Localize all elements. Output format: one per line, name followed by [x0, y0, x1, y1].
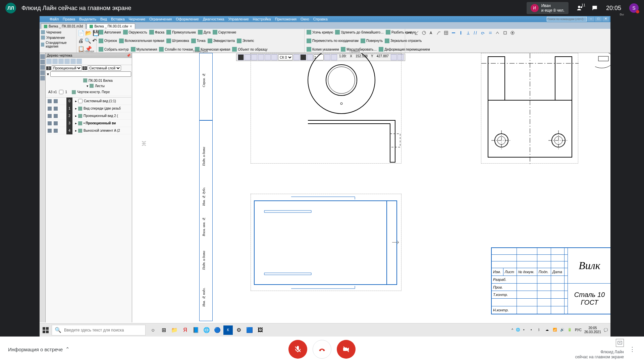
menu-settings[interactable]: Настройка — [251, 17, 273, 21]
menu-drawing[interactable]: Черчение — [127, 17, 148, 21]
constraint-parallel-icon[interactable] — [472, 29, 479, 36]
tree-btn-icon[interactable] — [70, 59, 76, 64]
tree-view-row[interactable]: 2 ▸Проекционный вид 2 ( — [46, 112, 131, 120]
surface-icon[interactable] — [494, 29, 501, 36]
tool-auxline[interactable]: Вспомогательная прямая — [118, 38, 165, 44]
kompas-icon[interactable]: K — [223, 325, 233, 335]
tool-hatch[interactable]: Штриховка — [166, 38, 190, 44]
menu-file[interactable]: Файл — [48, 17, 61, 21]
expand-icon[interactable]: ▸ — [75, 114, 77, 118]
battery-icon[interactable]: 🔋 — [568, 328, 572, 333]
tree-btn-icon[interactable] — [52, 59, 58, 64]
mode-drawing[interactable]: Черчение — [40, 29, 75, 35]
menu-select[interactable]: Выделить — [77, 17, 98, 21]
view-select[interactable]: Проекционный… — [52, 65, 82, 71]
preview-icon[interactable]: 🔍 — [85, 38, 91, 44]
tab-close-icon[interactable]: ✕ — [129, 24, 132, 28]
sheet-checkbox[interactable] — [59, 90, 63, 94]
tool-segment[interactable]: Отрезок — [98, 38, 118, 44]
tree-sheet-item[interactable]: Чертеж констр. Пере — [69, 90, 131, 94]
tool-split[interactable]: Разбить кривую — [385, 29, 417, 35]
menu-window[interactable]: Окно — [299, 17, 311, 21]
constraint-v-icon[interactable] — [458, 29, 464, 36]
tray-icon[interactable]: ▪ — [523, 328, 528, 333]
layer-select[interactable]: Системный слой — [88, 65, 121, 71]
visibility-icon[interactable] — [48, 107, 52, 111]
tray-icon[interactable]: ▪ — [531, 328, 535, 333]
generic-tool-icon[interactable] — [465, 37, 472, 44]
tool-point[interactable]: Точка — [191, 38, 206, 44]
generic-tool-icon[interactable] — [487, 37, 494, 44]
visibility-icon[interactable] — [48, 99, 52, 103]
tool-autoline[interactable]: Автолиния — [98, 29, 122, 35]
filter-icon[interactable]: ▼ — [46, 72, 50, 76]
tool-chamfer[interactable]: Фаска — [149, 29, 165, 35]
app-icon[interactable]: 🖼 — [256, 325, 265, 335]
mode-std[interactable]: Стандартные изделия — [40, 40, 75, 49]
notifications-icon[interactable]: 💬 — [604, 328, 608, 332]
visibility-icon[interactable] — [48, 114, 52, 118]
windows-search[interactable]: 🔍 — [52, 325, 146, 336]
constraint-tangent-icon[interactable] — [480, 29, 486, 36]
bluetooth-icon[interactable]: ᛒ — [538, 328, 543, 333]
open-icon[interactable]: 📂 — [85, 29, 92, 36]
mic-button[interactable] — [288, 340, 307, 359]
tray-icon[interactable]: 🌐 — [516, 328, 521, 333]
onedrive-icon[interactable]: ☁ — [545, 328, 550, 333]
tree-view-row[interactable]: 0 ▸Системный вид (1:1) — [46, 98, 131, 105]
drawing-canvas[interactable]: СК 0 1.09: X 152.538 Y 427.887 Справ. № … — [132, 53, 610, 322]
expand-icon[interactable]: ▸ — [75, 121, 77, 125]
meet-presenting-user[interactable]: И Иван и еще 8 чел. — [527, 2, 569, 14]
more-options-button[interactable]: ⋮ — [629, 346, 636, 353]
yandex-icon[interactable]: Я — [180, 325, 190, 335]
lock-icon[interactable] — [54, 129, 58, 133]
settings-icon[interactable]: ⚙ — [234, 325, 244, 335]
taskbar-clock[interactable]: 20:05 26.03.2021 — [584, 326, 601, 334]
tree-btn-icon[interactable] — [58, 59, 64, 64]
minimize-button[interactable]: – — [588, 17, 594, 21]
app-icon[interactable]: 📘 — [191, 325, 201, 335]
menu-apps[interactable]: Приложения — [273, 17, 299, 21]
lock-icon[interactable] — [54, 107, 58, 111]
hangup-button[interactable] — [313, 340, 331, 359]
tree-view-row[interactable]: 4 ▸Выносной элемент A (2 — [46, 127, 131, 134]
visibility-icon[interactable] — [48, 121, 52, 125]
print-icon[interactable]: 🖨 — [78, 38, 84, 44]
lock-icon[interactable] — [54, 114, 58, 118]
new-icon[interactable]: 📄 — [78, 29, 85, 36]
camera-button[interactable] — [337, 340, 356, 359]
search-input[interactable] — [64, 328, 143, 333]
tolerance-icon[interactable] — [509, 29, 516, 36]
tool-trim[interactable]: Усечь кривую — [306, 29, 334, 35]
tree-btn-icon[interactable] — [64, 59, 70, 64]
tool-circle[interactable]: Окружность — [122, 29, 148, 35]
doc-tab-m3d[interactable]: Вилка _ ПК.00.01.m3d — [41, 23, 86, 29]
tree-btn-icon[interactable] — [76, 59, 82, 64]
tray-expand-icon[interactable]: ^ — [512, 328, 513, 332]
sidebar-tool-icon[interactable] — [40, 54, 45, 59]
table-icon[interactable] — [443, 29, 449, 36]
menu-diag[interactable]: Диагностика — [201, 17, 226, 21]
generic-tool-icon[interactable] — [494, 37, 501, 44]
tool-mirror[interactable]: Зеркально отразить — [384, 38, 422, 44]
participants-icon[interactable]: 11 — [577, 5, 583, 11]
generic-tool-icon[interactable] — [450, 37, 457, 44]
expand-icon[interactable]: ▾ — [87, 84, 88, 88]
view-checkbox[interactable] — [78, 99, 83, 103]
self-avatar[interactable]: S — [629, 3, 639, 13]
tree-btn-icon[interactable] — [46, 59, 52, 64]
view-right-block[interactable] — [481, 53, 578, 164]
generic-tool-icon[interactable] — [443, 37, 449, 44]
app-icon[interactable]: 🔵 — [213, 325, 222, 335]
mode-manage[interactable]: Управление — [40, 35, 75, 40]
menu-edit[interactable]: Правка — [61, 17, 77, 21]
volume-icon[interactable]: 🔊 — [560, 328, 565, 333]
sidebar-tool-icon[interactable] — [40, 70, 45, 75]
expand-icon[interactable]: ▸ — [75, 129, 77, 132]
lock-icon[interactable] — [54, 121, 58, 125]
start-button[interactable] — [42, 327, 49, 334]
chat-icon[interactable] — [591, 5, 598, 11]
datum-icon[interactable] — [502, 29, 508, 36]
title-block[interactable]: Вилк Изм.Лист№ докум.Подп.Дата Разраб. П… — [491, 247, 610, 314]
menu-manage[interactable]: Управление — [226, 17, 251, 21]
